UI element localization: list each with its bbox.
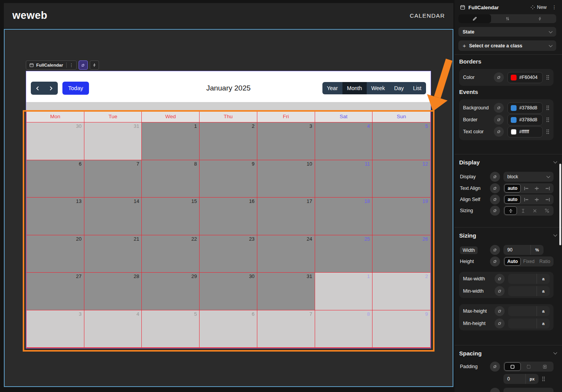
spacing-section-header[interactable]: Spacing — [459, 349, 557, 357]
day-cell[interactable]: 4 — [84, 310, 142, 348]
sizing-section-header[interactable]: Sizing — [459, 231, 557, 240]
padding-unit-button[interactable]: px — [525, 374, 539, 384]
day-cell[interactable]: 1 — [142, 122, 200, 160]
day-cell[interactable]: 9 — [200, 160, 257, 198]
bind-plug-icon[interactable] — [490, 172, 500, 182]
prev-button[interactable] — [31, 82, 44, 95]
unit-button[interactable]: a — [537, 306, 550, 316]
text-align-auto[interactable]: auto — [504, 184, 521, 193]
day-cell[interactable]: 12 — [372, 160, 430, 198]
bind-plug-icon[interactable] — [494, 127, 504, 137]
day-cell[interactable]: 24 — [257, 235, 315, 273]
canvas[interactable]: FullCalendar ⋮ — [4, 29, 453, 387]
day-cell[interactable]: 26 — [372, 235, 430, 273]
day-cell[interactable]: 9 — [372, 310, 430, 348]
calendar-view-button[interactable]: Week — [367, 82, 390, 94]
unit-button[interactable]: a — [537, 286, 550, 296]
day-cell[interactable]: 31 — [257, 273, 315, 310]
day-cell[interactable]: 22 — [142, 235, 200, 273]
day-cell[interactable]: 27 — [27, 273, 84, 310]
day-cell[interactable]: 13 — [27, 198, 84, 235]
align-right-icon[interactable] — [542, 184, 553, 193]
day-cell[interactable]: 10 — [257, 160, 315, 198]
clipped-input[interactable] — [503, 388, 554, 392]
bind-plug-icon[interactable] — [494, 72, 504, 82]
day-cell[interactable]: 14 — [84, 198, 142, 235]
state-selector[interactable]: State — [458, 27, 556, 37]
day-cell[interactable]: 15 — [142, 198, 200, 235]
day-cell[interactable]: 3 — [257, 122, 315, 160]
width-unit-button[interactable]: % — [530, 245, 544, 255]
unit-button[interactable]: a — [537, 318, 550, 328]
kebab-menu-icon[interactable]: ⋮ — [68, 63, 75, 68]
bind-plug-icon[interactable] — [490, 256, 500, 266]
sizing-fit-icon[interactable] — [504, 206, 517, 215]
day-cell[interactable]: 19 — [372, 198, 430, 235]
align-center-icon[interactable] — [532, 184, 542, 193]
interactions-flash-button[interactable] — [90, 60, 99, 70]
panel-scrollbar[interactable] — [559, 164, 561, 245]
component-badge[interactable]: FullCalendar ⋮ — [26, 60, 77, 70]
day-cell[interactable]: 2 — [372, 273, 430, 310]
color-value-field[interactable]: #F60404 — [507, 72, 543, 83]
bind-plug-icon[interactable] — [494, 115, 504, 125]
day-cell[interactable]: 1 — [315, 273, 373, 310]
day-cell[interactable]: 31 — [84, 122, 142, 160]
bind-plug-icon[interactable] — [494, 103, 504, 113]
day-cell[interactable]: 8 — [315, 310, 373, 348]
sizing-fixed-icon[interactable] — [517, 206, 529, 215]
bind-plug-icon[interactable] — [495, 306, 505, 316]
color-value-field[interactable]: #3788d8 — [507, 114, 543, 126]
day-cell[interactable]: 4 — [315, 122, 373, 160]
bind-plug-icon[interactable] — [490, 194, 500, 204]
day-cell[interactable]: 21 — [84, 235, 142, 273]
class-selector[interactable]: + Select or create a class — [458, 40, 556, 51]
align-middle-icon[interactable] — [532, 195, 542, 204]
day-cell[interactable]: 30 — [200, 273, 257, 310]
sizing-percent-icon[interactable] — [541, 206, 553, 215]
bind-plug-icon[interactable] — [490, 183, 500, 193]
fullcalendar-widget[interactable]: Today January 2025 YearMonthWeekDayList … — [26, 71, 431, 348]
tab-edit-styles[interactable] — [458, 14, 491, 23]
day-cell[interactable]: 6 — [200, 310, 257, 348]
height-mode-option[interactable]: Ratio — [537, 257, 553, 266]
align-self-auto[interactable]: auto — [504, 195, 521, 204]
sizing-none-icon[interactable] — [529, 206, 541, 215]
align-left-icon[interactable] — [521, 184, 532, 193]
day-cell[interactable]: 2 — [200, 122, 257, 160]
bind-plug-icon[interactable] — [490, 362, 500, 372]
align-end-icon[interactable] — [542, 195, 553, 204]
bind-plug-button[interactable] — [79, 60, 88, 70]
day-cell[interactable]: 5 — [142, 310, 200, 348]
kebab-menu-icon[interactable]: ⋮ — [552, 5, 557, 10]
day-cell[interactable]: 8 — [142, 160, 200, 198]
drag-handle-icon[interactable] — [546, 129, 550, 134]
today-button[interactable]: Today — [62, 82, 89, 95]
align-start-icon[interactable] — [521, 195, 532, 204]
tab-interactions[interactable] — [523, 14, 556, 23]
size-input[interactable]: a — [508, 318, 550, 328]
color-value-field[interactable]: #ffffff — [507, 126, 543, 137]
drag-handle-icon[interactable] — [546, 105, 550, 111]
new-button[interactable]: New — [530, 5, 547, 10]
drag-handle-icon[interactable] — [546, 75, 550, 80]
day-cell[interactable]: 3 — [27, 310, 84, 348]
bind-plug-icon[interactable] — [490, 206, 500, 216]
day-cell[interactable]: 30 — [27, 122, 84, 160]
display-section-header[interactable]: Display — [459, 158, 557, 166]
size-input[interactable]: a — [508, 274, 550, 284]
calendar-view-button[interactable]: List — [408, 82, 426, 94]
day-cell[interactable]: 7 — [84, 160, 142, 198]
drag-handle-icon[interactable] — [542, 376, 545, 382]
bind-plug-icon[interactable] — [495, 318, 505, 328]
unit-button[interactable]: a — [537, 274, 550, 284]
calendar-view-button[interactable]: Year — [322, 82, 342, 94]
padding-axis-icon[interactable] — [521, 362, 537, 371]
drag-handle-icon[interactable] — [546, 117, 550, 122]
day-cell[interactable]: 28 — [84, 273, 142, 310]
day-cell[interactable]: 18 — [315, 198, 373, 235]
day-cell[interactable]: 17 — [257, 198, 315, 235]
height-mode-option[interactable]: Fixed — [521, 257, 537, 266]
day-cell[interactable]: 29 — [142, 273, 200, 310]
day-cell[interactable]: 7 — [257, 310, 315, 348]
